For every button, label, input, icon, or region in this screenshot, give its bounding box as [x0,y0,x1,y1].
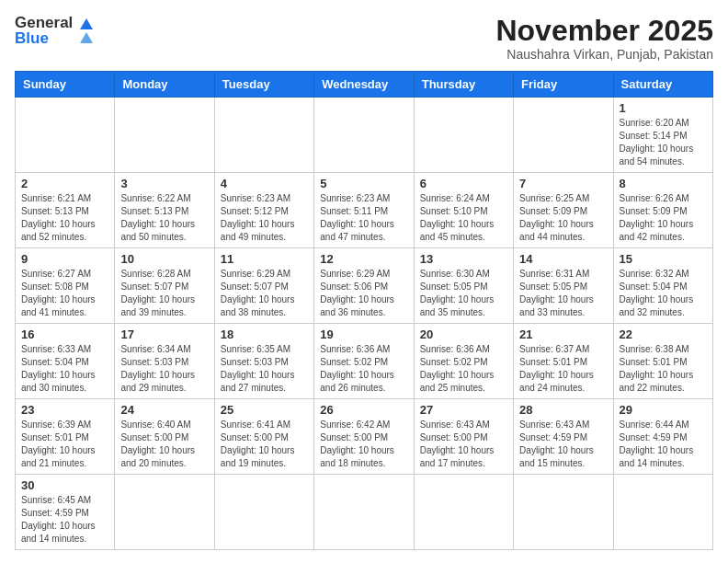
calendar-cell: 30Sunrise: 6:45 AM Sunset: 4:59 PM Dayli… [16,475,115,550]
calendar-cell [613,475,712,550]
day-info: Sunrise: 6:36 AM Sunset: 5:02 PM Dayligh… [320,343,407,395]
day-number: 9 [21,252,108,266]
day-number: 11 [221,252,308,266]
day-number: 22 [620,327,707,341]
calendar-cell [16,98,115,173]
day-info: Sunrise: 6:24 AM Sunset: 5:10 PM Dayligh… [420,192,507,244]
logo-triangle-bottom [80,32,93,43]
day-number: 28 [519,403,607,417]
calendar-cell: 16Sunrise: 6:33 AM Sunset: 5:04 PM Dayli… [16,324,115,399]
day-number: 18 [221,327,308,341]
day-info: Sunrise: 6:34 AM Sunset: 5:03 PM Dayligh… [120,343,208,395]
calendar-cell [214,475,313,550]
week-row-5: 23Sunrise: 6:39 AM Sunset: 5:01 PM Dayli… [16,399,713,475]
day-number: 17 [120,327,208,341]
day-info: Sunrise: 6:29 AM Sunset: 5:07 PM Dayligh… [221,268,308,319]
day-number: 26 [320,403,407,417]
week-row-6: 30Sunrise: 6:45 AM Sunset: 4:59 PM Dayli… [16,475,713,550]
week-row-1: 1Sunrise: 6:20 AM Sunset: 5:14 PM Daylig… [16,98,713,173]
day-number: 21 [519,327,607,341]
calendar-cell [414,98,513,173]
day-number: 6 [420,177,507,190]
calendar-cell: 20Sunrise: 6:36 AM Sunset: 5:02 PM Dayli… [414,324,513,399]
day-number: 10 [120,252,208,266]
calendar-body: 1Sunrise: 6:20 AM Sunset: 5:14 PM Daylig… [16,98,713,550]
day-info: Sunrise: 6:20 AM Sunset: 5:14 PM Dayligh… [620,117,707,168]
day-number: 13 [420,252,507,266]
weekday-header-thursday: Thursday [414,72,513,98]
day-info: Sunrise: 6:42 AM Sunset: 5:00 PM Dayligh… [320,419,407,470]
calendar-cell: 24Sunrise: 6:40 AM Sunset: 5:00 PM Dayli… [115,399,214,475]
calendar-header: SundayMondayTuesdayWednesdayThursdayFrid… [16,72,713,98]
calendar-cell: 17Sunrise: 6:34 AM Sunset: 5:03 PM Dayli… [115,324,214,399]
day-info: Sunrise: 6:32 AM Sunset: 5:04 PM Dayligh… [620,268,707,319]
weekday-header-row: SundayMondayTuesdayWednesdayThursdayFrid… [16,72,713,98]
day-info: Sunrise: 6:43 AM Sunset: 4:59 PM Dayligh… [519,419,607,470]
day-info: Sunrise: 6:23 AM Sunset: 5:12 PM Dayligh… [221,192,308,244]
day-info: Sunrise: 6:39 AM Sunset: 5:01 PM Dayligh… [21,419,108,470]
calendar-cell: 5Sunrise: 6:23 AM Sunset: 5:11 PM Daylig… [314,173,414,248]
day-number: 19 [320,327,407,341]
calendar-cell: 26Sunrise: 6:42 AM Sunset: 5:00 PM Dayli… [314,399,414,475]
location-subtitle: Naushahra Virkan, Punjab, Pakistan [495,47,713,62]
day-number: 16 [21,327,108,341]
day-info: Sunrise: 6:29 AM Sunset: 5:06 PM Dayligh… [320,268,407,319]
day-info: Sunrise: 6:36 AM Sunset: 5:02 PM Dayligh… [420,343,507,395]
day-number: 8 [620,177,707,190]
day-number: 2 [21,177,108,190]
calendar-cell [514,475,613,550]
day-info: Sunrise: 6:23 AM Sunset: 5:11 PM Dayligh… [320,192,407,244]
day-info: Sunrise: 6:37 AM Sunset: 5:01 PM Dayligh… [519,343,607,395]
day-info: Sunrise: 6:44 AM Sunset: 4:59 PM Dayligh… [620,419,707,470]
day-info: Sunrise: 6:38 AM Sunset: 5:01 PM Dayligh… [620,343,707,395]
week-row-2: 2Sunrise: 6:21 AM Sunset: 5:13 PM Daylig… [16,173,713,248]
day-number: 29 [620,403,707,417]
day-info: Sunrise: 6:26 AM Sunset: 5:09 PM Dayligh… [620,192,707,244]
calendar-cell: 6Sunrise: 6:24 AM Sunset: 5:10 PM Daylig… [414,173,513,248]
calendar-cell: 25Sunrise: 6:41 AM Sunset: 5:00 PM Dayli… [214,399,313,475]
weekday-header-saturday: Saturday [613,72,712,98]
day-number: 20 [420,327,507,341]
day-number: 3 [120,177,208,190]
calendar-cell: 22Sunrise: 6:38 AM Sunset: 5:01 PM Dayli… [613,324,712,399]
calendar-cell: 9Sunrise: 6:27 AM Sunset: 5:08 PM Daylig… [16,248,115,324]
day-info: Sunrise: 6:30 AM Sunset: 5:05 PM Dayligh… [420,268,507,319]
day-info: Sunrise: 6:40 AM Sunset: 5:00 PM Dayligh… [120,419,208,470]
day-info: Sunrise: 6:35 AM Sunset: 5:03 PM Dayligh… [221,343,308,395]
day-number: 24 [120,403,208,417]
calendar-cell: 12Sunrise: 6:29 AM Sunset: 5:06 PM Dayli… [314,248,414,324]
calendar-cell [514,98,613,173]
week-row-4: 16Sunrise: 6:33 AM Sunset: 5:04 PM Dayli… [16,324,713,399]
calendar-cell: 23Sunrise: 6:39 AM Sunset: 5:01 PM Dayli… [16,399,115,475]
day-info: Sunrise: 6:33 AM Sunset: 5:04 PM Dayligh… [21,343,108,395]
calendar-cell [214,98,313,173]
month-title: November 2025 [495,15,713,47]
day-info: Sunrise: 6:43 AM Sunset: 5:00 PM Dayligh… [420,419,507,470]
day-number: 30 [21,478,108,492]
weekday-header-monday: Monday [115,72,214,98]
calendar-cell: 13Sunrise: 6:30 AM Sunset: 5:05 PM Dayli… [414,248,513,324]
calendar-cell [314,98,414,173]
calendar-cell: 2Sunrise: 6:21 AM Sunset: 5:13 PM Daylig… [16,173,115,248]
day-number: 14 [519,252,607,266]
day-number: 4 [221,177,308,190]
calendar-cell: 29Sunrise: 6:44 AM Sunset: 4:59 PM Dayli… [613,399,712,475]
calendar-cell: 19Sunrise: 6:36 AM Sunset: 5:02 PM Dayli… [314,324,414,399]
day-info: Sunrise: 6:41 AM Sunset: 5:00 PM Dayligh… [221,419,308,470]
day-number: 23 [21,403,108,417]
calendar-cell: 27Sunrise: 6:43 AM Sunset: 5:00 PM Dayli… [414,399,513,475]
day-number: 5 [320,177,407,190]
weekday-header-sunday: Sunday [16,72,115,98]
calendar-cell: 28Sunrise: 6:43 AM Sunset: 4:59 PM Dayli… [514,399,613,475]
title-area: November 2025 Naushahra Virkan, Punjab, … [495,15,713,62]
calendar-cell: 10Sunrise: 6:28 AM Sunset: 5:07 PM Dayli… [115,248,214,324]
page-header: General Blue November 2025 Naushahra Vir… [15,15,713,62]
calendar-table: SundayMondayTuesdayWednesdayThursdayFrid… [15,71,713,550]
day-number: 15 [620,252,707,266]
weekday-header-wednesday: Wednesday [314,72,414,98]
calendar-cell: 7Sunrise: 6:25 AM Sunset: 5:09 PM Daylig… [514,173,613,248]
day-info: Sunrise: 6:45 AM Sunset: 4:59 PM Dayligh… [21,494,108,546]
weekday-header-tuesday: Tuesday [214,72,313,98]
calendar-cell: 4Sunrise: 6:23 AM Sunset: 5:12 PM Daylig… [214,173,313,248]
day-number: 1 [620,101,707,115]
